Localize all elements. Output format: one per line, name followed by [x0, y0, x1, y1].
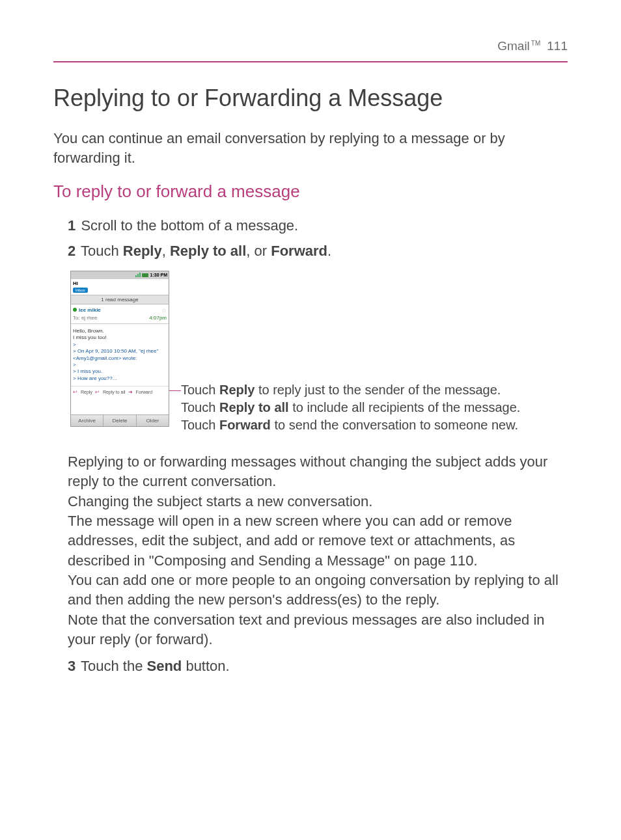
quote-line: > I miss you.: [73, 368, 167, 375]
t: Touch: [181, 400, 219, 414]
to-label: To: ej rhee: [73, 315, 97, 321]
sep: ,: [162, 243, 170, 259]
body-line: Hello, Brown.: [73, 328, 167, 334]
quote-line: <Amy1@gmail.com> wrote:: [73, 355, 167, 362]
step-bold-reply: Reply: [123, 243, 162, 259]
step-text-post: .: [327, 243, 331, 259]
step-number: 1: [68, 217, 76, 234]
step-number: 2: [68, 243, 76, 259]
star-icon: ☆: [161, 307, 167, 314]
figure-row: 1:30 PM Hi Inbox 1 read message lee miki…: [70, 271, 568, 434]
quote-gt: >: [73, 362, 167, 368]
presence-dot-icon: [73, 308, 77, 312]
t: Touch: [181, 383, 219, 397]
step-3: 3 Touch the Send button.: [68, 657, 568, 677]
section-subhead: To reply to or forward a message: [53, 182, 568, 202]
to-row: To: ej rhee 4:07pm: [71, 315, 169, 324]
callout-line-2: Touch Reply to all to include all recipi…: [181, 399, 520, 416]
status-time: 1:30 PM: [150, 273, 167, 277]
reply-all-arrow-icon: ↩: [95, 389, 100, 395]
page-title: Replying to or Forwarding a Message: [53, 85, 568, 112]
read-bar: 1 read message: [71, 295, 169, 305]
body-line: I miss you too!: [73, 334, 167, 341]
callout-bold-replyall: Reply to all: [219, 400, 289, 414]
bottom-buttons: Archive Delete Older: [71, 414, 169, 426]
email-body: Hello, Brown. I miss you too! > > On Apr…: [71, 324, 169, 386]
t: to include all recipients of the message…: [289, 400, 521, 414]
step-bold-send: Send: [146, 658, 182, 674]
page-number: 111: [547, 39, 568, 53]
page-header: Gmail TM 111: [53, 39, 568, 62]
t: to reply just to the sender of the messa…: [255, 383, 501, 397]
inbox-label: Inbox: [73, 288, 88, 293]
forward-label: Forward: [136, 390, 153, 394]
battery-icon: [142, 273, 148, 277]
step-1: 1 Scroll to the bottom of a message.: [68, 216, 568, 236]
step-bold-replyall: Reply to all: [170, 243, 246, 259]
quote-line: > On Apr 9, 2010 10:50 AM, "ej rhee": [73, 348, 167, 355]
signal-icon: [135, 273, 141, 277]
intro-paragraph: You can continue an email conversation b…: [53, 129, 568, 167]
reply-row: ↩Reply ↩Reply to all ➜Forward: [71, 386, 169, 398]
archive-button: Archive: [71, 415, 104, 426]
sep: , or: [246, 243, 271, 259]
callout-line-3: Touch Forward to send the conversation t…: [181, 416, 520, 434]
sender-row: lee mikie ☆: [71, 305, 169, 315]
forward-arrow-icon: ➜: [128, 389, 133, 395]
sender-name: lee mikie: [79, 307, 101, 313]
phone-screenshot: 1:30 PM Hi Inbox 1 read message lee miki…: [70, 271, 169, 427]
callout-line-1: Touch Reply to reply just to the sender …: [181, 381, 520, 399]
callout-bold-forward: Forward: [219, 418, 271, 432]
step-text-pre: Touch: [81, 243, 123, 259]
callout-text: Touch Reply to reply just to the sender …: [181, 381, 520, 434]
body-paragraph-2: Changing the subject starts a new conver…: [68, 492, 568, 511]
reply-arrow-icon: ↩: [73, 389, 77, 395]
delete-button: Delete: [104, 415, 136, 426]
status-bar: 1:30 PM: [71, 271, 169, 279]
t: Touch: [181, 418, 219, 432]
header-section: Gmail: [497, 39, 530, 53]
message-time: 4:07pm: [149, 315, 167, 321]
step-number: 3: [68, 658, 76, 674]
body-paragraph-5: Note that the conversation text and prev…: [68, 610, 568, 650]
body-paragraph-1: Replying to or forwarding messages witho…: [68, 452, 568, 492]
step-text: Scroll to the bottom of a message.: [81, 217, 298, 234]
step-text-post: button.: [182, 658, 229, 674]
quote-line: > How are you??...: [73, 375, 167, 382]
step-bold-forward: Forward: [271, 243, 327, 259]
email-subject: Hi: [71, 279, 169, 286]
callout-line-icon: [169, 390, 181, 391]
step-2: 2 Touch Reply, Reply to all, or Forward.: [68, 241, 568, 262]
body-paragraph-3: The message will open in a new screen wh…: [68, 511, 568, 571]
step-text-pre: Touch the: [81, 658, 147, 674]
reply-all-label: Reply to all: [103, 390, 126, 394]
sender-name-wrap: lee mikie: [73, 307, 101, 313]
callout-bold-reply: Reply: [219, 383, 255, 397]
t: to send the conversation to someone new.: [271, 418, 518, 432]
trademark-tm: TM: [531, 40, 540, 47]
callout-connector: [169, 271, 181, 398]
quote-gt: >: [73, 342, 167, 348]
reply-label: Reply: [81, 390, 92, 394]
older-button: Older: [137, 415, 169, 426]
body-paragraph-4: You can add one or more people to an ong…: [68, 571, 568, 610]
